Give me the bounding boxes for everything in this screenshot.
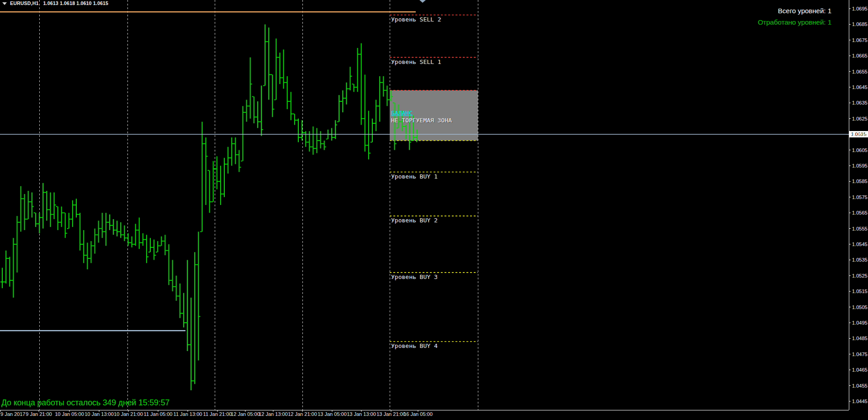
time-axis-label: 12 Jan 21:00 xyxy=(288,411,317,417)
level-label-buy4[interactable]: Уровень BUY 4 xyxy=(391,343,438,349)
price-bar xyxy=(367,111,370,160)
level-label-sell2[interactable]: Уровень SELL 2 xyxy=(391,16,441,23)
price-bar xyxy=(71,200,74,227)
price-axis-label: 1.0495 xyxy=(852,320,868,326)
price-bar xyxy=(200,122,204,232)
price-bar xyxy=(337,95,341,121)
level-label-buy1[interactable]: Уровень BUY 1 xyxy=(391,173,438,180)
price-bar xyxy=(37,213,41,233)
price-bar xyxy=(156,241,159,252)
price-bar xyxy=(333,120,337,139)
price-bar xyxy=(233,137,237,164)
price-bar xyxy=(215,156,219,189)
price-bar xyxy=(0,268,4,289)
price-axis-label: 1.0455 xyxy=(852,383,868,388)
price-bar xyxy=(4,251,8,284)
price-axis-label: 1.0585 xyxy=(852,178,868,184)
price-bar xyxy=(134,224,138,246)
price-bar xyxy=(286,76,289,109)
price-axis-label: 1.0615 xyxy=(852,131,868,137)
price-bar xyxy=(222,158,226,197)
price-bar xyxy=(259,86,263,136)
price-bar xyxy=(378,76,381,122)
price-bar xyxy=(219,166,222,205)
price-axis-label: 1.0545 xyxy=(852,242,868,247)
price-axis-label: 1.0525 xyxy=(852,273,868,278)
price-bar xyxy=(212,161,215,202)
price-bar xyxy=(23,194,26,230)
price-bar xyxy=(315,128,319,153)
price-bar xyxy=(189,298,193,390)
price-bar xyxy=(374,100,378,131)
price-bar xyxy=(64,213,67,238)
price-bar xyxy=(130,236,134,247)
price-bar xyxy=(78,213,82,251)
time-axis-label: 10 Jan 05:00 xyxy=(55,411,84,417)
price-axis-label: 1.0535 xyxy=(852,257,868,262)
price-bar xyxy=(34,213,37,227)
level-label-sell1[interactable]: Уровень SELL 1 xyxy=(391,59,441,65)
price-bar xyxy=(348,67,352,90)
price-axis-label: 1.0695 xyxy=(852,6,868,11)
price-bar xyxy=(108,215,111,230)
price-axis-label: 1.0465 xyxy=(852,367,868,373)
levels-done-counter: Отработано уровней: 1 xyxy=(758,19,831,26)
price-bar xyxy=(370,119,374,142)
price-axis-label: 1.0515 xyxy=(852,289,868,294)
price-bar xyxy=(138,218,141,249)
price-bar xyxy=(52,192,56,219)
price-bar xyxy=(193,252,196,384)
price-bar xyxy=(101,213,104,238)
price-bar xyxy=(289,92,293,120)
price-bar xyxy=(278,52,282,84)
symbol-dropdown-triangle-icon[interactable] xyxy=(2,2,7,5)
level-label-buy2[interactable]: Уровень BUY 2 xyxy=(391,217,438,224)
time-axis-label: 10 Jan 21:00 xyxy=(114,411,143,417)
time-axis-label: 12 Jan 13:00 xyxy=(259,411,288,417)
symbol-title-bar[interactable]: EURUSD,H11.0613 1.0618 1.0610 1.0615 xyxy=(2,1,108,6)
balance-zone-title[interactable]: БАЛАНС xyxy=(391,110,413,116)
price-bar xyxy=(319,131,323,148)
price-bar xyxy=(249,58,252,119)
work-time-countdown: До конца работы осталось 349 дней 15:59:… xyxy=(1,399,169,407)
mt4-chart-window: EURUSD,H11.0613 1.0618 1.0610 1.0615 Все… xyxy=(0,0,868,420)
time-axis-label: 10 Jan 13:00 xyxy=(85,411,114,417)
price-bar xyxy=(341,90,344,112)
price-bar xyxy=(352,84,356,92)
time-axis-label: 13 Jan 13:00 xyxy=(347,411,376,417)
price-axis-label: 1.0635 xyxy=(852,100,868,105)
ohlc-quote-values: 1.0613 1.0618 1.0610 1.0615 xyxy=(43,0,108,6)
price-bar xyxy=(163,235,167,255)
time-axis-label: 11 Jan 21:00 xyxy=(203,411,232,417)
price-bar xyxy=(360,43,363,125)
price-bar xyxy=(93,229,97,254)
price-bar xyxy=(45,191,48,220)
price-axis-label: 1.0475 xyxy=(852,352,868,357)
price-axis-label: 1.0555 xyxy=(852,226,868,231)
price-bar xyxy=(30,192,34,217)
price-bar xyxy=(97,220,101,242)
price-axis-label: 1.0605 xyxy=(852,147,868,153)
price-bar xyxy=(381,76,385,97)
price-bar xyxy=(111,219,115,235)
price-bar xyxy=(185,260,189,351)
price-bar xyxy=(311,126,315,155)
price-bar xyxy=(241,106,245,161)
time-axis-label: 12 Jan 05:00 xyxy=(231,411,260,417)
time-axis-label: 9 Jan 2017 xyxy=(0,411,25,417)
levels-total-counter: Всего уровней: 1 xyxy=(778,7,831,15)
level-label-buy3[interactable]: Уровень BUY 3 xyxy=(391,274,438,280)
time-axis-label: 9 Jan 21:00 xyxy=(26,411,52,417)
price-bar xyxy=(167,244,171,285)
price-axis-label: 1.0625 xyxy=(852,116,868,121)
price-bar xyxy=(26,191,30,219)
price-bar xyxy=(208,170,212,213)
price-bar xyxy=(119,222,122,238)
price-bar xyxy=(60,206,64,227)
price-bar xyxy=(141,233,145,246)
price-axis-label: 1.0595 xyxy=(852,163,868,168)
sell-marker-icon[interactable] xyxy=(419,0,426,3)
time-axis-label: 11 Jan 05:00 xyxy=(144,411,173,417)
price-bar xyxy=(41,183,45,229)
price-bar xyxy=(115,220,119,236)
